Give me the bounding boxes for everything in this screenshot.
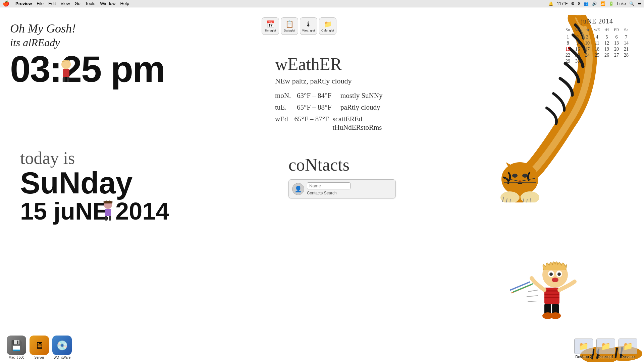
weather-row-mon: moN. 63°F – 84°F mostly SuNNy (275, 92, 402, 100)
cal-cell-4-0[interactable]: 22 (564, 53, 572, 58)
calendar-week-5: 2930 (564, 59, 631, 64)
svg-line-37 (528, 301, 538, 302)
dock-item-hdd[interactable]: 💾 Mac_t 500 (7, 336, 26, 359)
cal-cell-3-6[interactable]: 21 (622, 47, 631, 52)
toolbar-label-caleglet: Cale_glet (321, 29, 334, 32)
svg-point-26 (552, 278, 558, 282)
apple-menu-icon[interactable]: 🍎 (3, 0, 9, 7)
menubar-search-icon[interactable]: 🔍 (629, 1, 634, 6)
menubar-wifi-icon[interactable]: 📶 (600, 1, 605, 6)
cal-cell-3-2[interactable]: 17 (583, 47, 592, 52)
cal-cell-1-6[interactable]: 7 (622, 35, 631, 40)
toolbar-label-weaglet: Wea_glet (302, 29, 315, 32)
cal-cell-4-2[interactable]: 24 (583, 53, 592, 58)
cal-cell-1-0[interactable]: 1 (564, 35, 572, 40)
cal-cell-5-4 (602, 59, 611, 64)
cal-header-mo: Mo (573, 27, 582, 33)
menu-tools[interactable]: Tools (85, 1, 95, 6)
contacts-input-area: Contacts Search (307, 182, 392, 195)
cal-cell-1-2[interactable]: 3 (583, 35, 592, 40)
calendar-widget: juNE 2014 Su Mo tu wE tH FR Sa 123456789… (564, 17, 631, 65)
toolbar-label-dateglet: Dateglet (284, 29, 295, 32)
cal-cell-2-4[interactable]: 12 (602, 41, 611, 46)
cal-cell-5-5 (612, 59, 621, 64)
calendar-week-1: 1234567 (564, 35, 631, 40)
cal-cell-2-3[interactable]: 11 (593, 41, 601, 46)
dock-icon-server: 🖥 (30, 336, 49, 355)
cal-cell-3-1[interactable]: 16 (573, 47, 582, 52)
full-date: 15 juNE 2014 (20, 198, 169, 225)
svg-line-36 (527, 296, 538, 297)
toolbar-button-timeglet[interactable]: 📅 Timeglet (262, 17, 279, 35)
svg-point-2 (522, 174, 528, 178)
weather-day-mon: moN. (275, 92, 293, 100)
cal-cell-1-4[interactable]: 5 (602, 35, 611, 40)
menubar-volume-icon[interactable]: 🔊 (592, 1, 597, 6)
dock-label-hdd: Mac_t 500 (9, 356, 24, 359)
cal-cell-5-6 (622, 59, 631, 64)
desktop-icon-2[interactable]: 📁 Desktop 2 (574, 339, 593, 359)
cal-cell-2-0[interactable]: 8 (564, 41, 572, 46)
weather-day-wed: wEd (275, 115, 291, 132)
menubar-users-icon: 👥 (584, 1, 589, 6)
weather-desc-wed: scattEREd tHuNdERstoRms (332, 115, 402, 132)
cal-cell-4-1[interactable]: 23 (573, 53, 582, 58)
menu-app-name[interactable]: Preview (15, 1, 32, 6)
cal-header-th: tH (602, 27, 611, 33)
toolbar-button-weaglet[interactable]: 🌡 Wea_glet (300, 17, 317, 35)
cal-cell-5-0[interactable]: 29 (564, 59, 572, 64)
cal-cell-2-5[interactable]: 13 (612, 41, 621, 46)
desktop-icon-1[interactable]: 📁 Desktop1 (596, 339, 615, 359)
cal-cell-1-5[interactable]: 6 (612, 35, 621, 40)
cal-cell-2-6[interactable]: 14 (622, 41, 631, 46)
dock-item-server[interactable]: 🖥 Server (30, 336, 49, 359)
desktop-icon-box-1: 📁 (596, 339, 615, 354)
menubar-cpu-value: 8 (578, 1, 580, 6)
cal-cell-1-3[interactable]: 4 (593, 35, 601, 40)
weather-temp-mon: 63°F – 84°F (297, 92, 337, 100)
svg-rect-18 (105, 209, 111, 216)
dock-label-wd: WD_itWare (54, 356, 71, 359)
weather-title: wEathER (275, 54, 402, 74)
contacts-search-box: 👤 Contacts Search (288, 179, 396, 198)
calendar-title: juNE 2014 (564, 17, 631, 25)
dock-item-wd[interactable]: 💿 WD_itWare (52, 336, 72, 359)
dock-left: 💾 Mac_t 500 🖥 Server 💿 WD_itWare (7, 336, 72, 359)
toolbar-button-caleglet[interactable]: 📁 Cale_glet (319, 17, 336, 35)
cal-cell-3-4[interactable]: 19 (602, 47, 611, 52)
cal-cell-3-5[interactable]: 20 (612, 47, 621, 52)
menu-go[interactable]: Go (74, 1, 80, 6)
contacts-widget: coNtacts 👤 Contacts Search (288, 155, 396, 198)
cal-cell-3-0[interactable]: 15 (564, 47, 572, 52)
svg-point-1 (512, 174, 518, 178)
contacts-name-input[interactable] (307, 182, 351, 189)
menu-view[interactable]: View (61, 1, 70, 6)
desktop-icon-main[interactable]: 📁 Desktop (619, 339, 637, 359)
cal-cell-3-3[interactable]: 18 (593, 47, 601, 52)
menubar-temperature: 117°F (557, 1, 568, 6)
menubar-menu-icon[interactable]: ☰ (638, 1, 641, 6)
cal-cell-4-5[interactable]: 27 (612, 53, 621, 58)
menu-window[interactable]: Window (100, 1, 115, 6)
cal-cell-4-3[interactable]: 25 (593, 53, 601, 58)
toolbar-button-dateglet[interactable]: 📋 Dateglet (281, 17, 298, 35)
cal-cell-5-2 (583, 59, 592, 64)
cal-cell-2-2[interactable]: 10 (583, 41, 592, 46)
svg-rect-20 (109, 216, 111, 221)
menu-file[interactable]: File (37, 1, 44, 6)
cal-cell-1-1[interactable]: 2 (573, 35, 582, 40)
dock-icon-hdd: 💾 (7, 336, 26, 355)
cal-cell-4-6[interactable]: 28 (622, 53, 631, 58)
desktop-icon-label-2: Desktop 2 (575, 355, 592, 359)
dock-icon-wd: 💿 (52, 336, 72, 355)
cal-cell-2-1[interactable]: 9 (573, 41, 582, 46)
clock-widget: Oh My Gosh! its alREady 03:25 pm (10, 21, 165, 87)
weather-temp-wed: 65°F – 87°F (294, 115, 329, 132)
cal-cell-5-1[interactable]: 30 (573, 59, 582, 64)
svg-point-25 (557, 273, 561, 276)
calvin-running-figure (522, 258, 582, 332)
calendar-header-row: Su Mo tu wE tH FR Sa (564, 27, 631, 33)
cal-cell-4-4[interactable]: 26 (602, 53, 611, 58)
menu-edit[interactable]: Edit (48, 1, 56, 6)
menu-help[interactable]: Help (120, 1, 129, 6)
